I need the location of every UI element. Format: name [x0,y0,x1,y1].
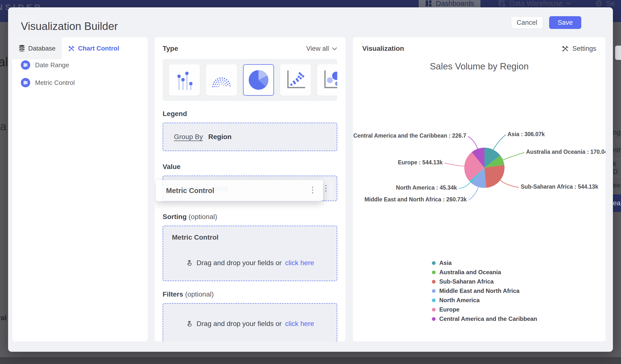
chart-type-bubble[interactable] [317,64,337,96]
legend-color-dot [432,261,436,265]
value-chip-label: Metric Control [166,187,214,195]
view-all-dropdown[interactable]: View all [306,45,337,52]
background-menu-item: eek [613,177,621,194]
legend-item-label: Middle East and North Africa [439,287,519,294]
legend-item[interactable]: Europe [432,307,537,312]
tap-hand-icon [186,320,193,328]
sorting-section-label: Sorting (optional) [163,213,337,221]
legend-item[interactable]: Sub-Saharan Africa [432,279,537,285]
legend-item[interactable]: North America [432,297,537,303]
tab-database-label: Database [28,45,55,52]
tab-database[interactable]: Database [12,37,62,59]
chart-builder-panel: Type View all [155,37,345,341]
background-menu-item: nge [613,124,621,141]
background-footer-fragment: ntral [0,314,7,322]
legend-item[interactable]: Asia [432,260,537,266]
sidebar-item-label: Metric Control [35,79,75,87]
chevron-down-icon [566,2,571,5]
sidebar-item-label: Date Range [35,61,69,69]
click-here-link[interactable]: click here [285,259,314,267]
legend-item-label: Australia and Oceania [439,269,501,276]
background-menu-item-selected: ear [613,194,621,212]
legend-item[interactable]: Australia and Oceania [432,269,537,275]
background-bottom-band [0,357,621,364]
visualization-panel: Visualization Settings Sales Volume by R… [353,37,605,341]
pie-slice-label: Sub-Saharan Africa : 544.13k [521,183,598,190]
background-menu-item: k D [613,159,621,177]
scatter-chart-icon [285,69,306,90]
chevron-down-icon [332,47,337,50]
pie-slice-label: Middle East and North Africa : 260.73k [364,196,467,203]
sliders-icon [21,60,30,70]
data-warehouse-icon [498,0,506,7]
save-button[interactable]: Save [549,16,581,29]
modal-title: Visualization Builder [21,20,118,32]
background-subheading-fragment: ota [0,120,6,133]
pie-slice-label: North America : 45.34k [396,184,457,191]
chart-type-arc[interactable] [206,64,237,96]
group-by-label[interactable]: Group By [174,133,203,141]
legend-dropzone[interactable]: Group By Region [163,123,337,151]
filters-dropzone[interactable]: Drag and drop your fields or click here [163,303,337,341]
gear-icon: ⚙ [595,0,602,8]
legend-item-label: Asia [439,260,452,266]
legend-color-dot [432,308,436,312]
legend-item[interactable]: Central America and the Caribbean [432,316,537,322]
tools-icon [68,45,75,52]
legend-item[interactable]: Middle East and North Africa [432,288,537,294]
value-chip-dragging[interactable]: Metric Control ⋮ [156,180,323,201]
pie-chart-icon [248,70,269,90]
chart-type-strip [163,59,337,101]
legend-color-dot [432,280,436,284]
pie-slice-label: Australia and Oceania : 170.04k [526,149,605,155]
arc-chart-icon [210,71,233,88]
legend-item-label: Sub-Saharan Africa [439,278,494,285]
database-icon [19,45,25,52]
tap-hand-icon [186,259,193,267]
legend-color-dot [432,317,436,321]
click-here-link[interactable]: click here [285,320,314,328]
background-menu-item: nth [613,141,621,159]
sliders-icon [21,78,30,87]
sorting-chip-label[interactable]: Metric Control [172,234,328,241]
chart-type-pie[interactable] [243,64,274,96]
chart-legend: AsiaAustralia and OceaniaSub-Saharan Afr… [432,260,537,322]
background-heading-fragment: Sal [0,54,8,69]
pie-slice-label: Central America and the Caribbean : 226.… [353,132,466,139]
drop-instruction: Drag and drop your fields or [196,259,282,267]
pie-slice-label: Asia : 306.07k [507,131,545,138]
kebab-menu-icon[interactable]: ⋮ [309,186,317,194]
legend-color-dot [432,271,436,274]
dashboards-icon [425,0,432,7]
tab-chart-control[interactable]: Chart Control [62,37,126,59]
legend-section-label: Legend [163,110,337,118]
legend-item-label: Europe [439,306,460,313]
lollipop-chart-icon [176,69,193,91]
legend-item-label: North America [439,297,480,304]
filters-section-label: Filters (optional) [163,290,337,298]
sidebar-tabs: Database Chart Control [12,37,148,59]
value-section-label: Value [163,163,337,171]
sorting-dropzone[interactable]: Metric Control Drag and drop your fields… [163,226,337,281]
type-section-label: Type [163,45,178,52]
sidebar-item-date-range[interactable]: Date Range [21,59,148,71]
chart-type-scatter[interactable] [280,64,311,96]
pie-slice-label: Europe : 544.13k [398,159,443,166]
group-by-value: Region [208,133,232,141]
legend-color-dot [432,298,436,302]
tab-chart-control-label: Chart Control [78,45,119,52]
visualization-builder-modal: Visualization Builder Cancel Save Databa… [8,7,613,352]
legend-item-label: Central America and the Caribbean [439,315,537,322]
bubble-chart-icon [322,69,337,90]
chart-type-lollipop[interactable] [169,64,200,96]
drop-instruction: Drag and drop your fields or [196,320,282,328]
cancel-button[interactable]: Cancel [511,16,543,29]
legend-color-dot [432,289,436,293]
value-dropzone[interactable]: Metric Control ⋮ Metric Control ⋮ [163,176,337,201]
background-card-fragment [615,46,621,60]
sidebar-item-metric-control[interactable]: Metric Control [21,77,148,88]
kebab-menu-icon[interactable]: ⋮ [322,184,330,192]
control-sidebar-panel: Database Chart Control Date Range Metric… [12,37,148,341]
